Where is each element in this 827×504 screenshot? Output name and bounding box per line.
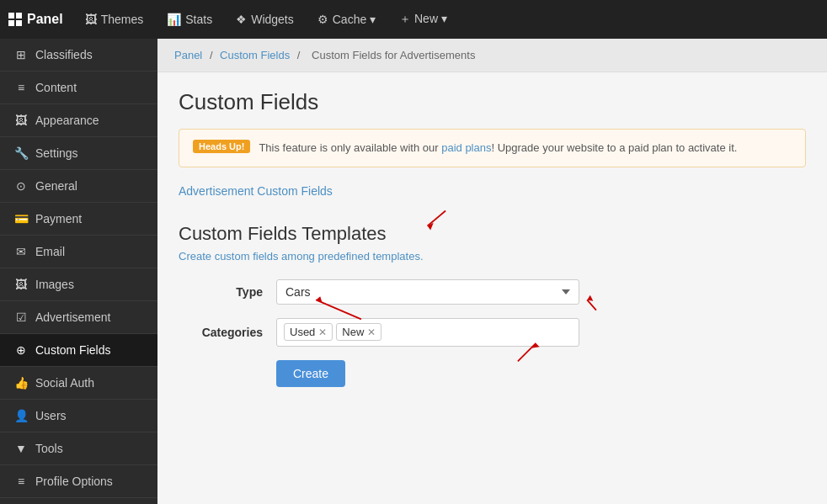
nav-widgets[interactable]: ❖ Widgets [226,8,304,31]
tag-used-remove[interactable]: ✕ [318,326,327,338]
stats-icon: 📊 [167,13,181,26]
sidebar-item-classifieds[interactable]: ⊞ Classifieds [0,39,157,72]
sidebar-item-social-auth[interactable]: 👍 Social Auth [0,367,157,400]
nav-themes-label: Themes [101,13,144,26]
tag-new: New ✕ [336,323,381,341]
sidebar-advertisement-label: Advertisement [35,310,110,324]
alert-text: This feature is only available with our … [259,140,737,157]
classifieds-icon: ⊞ [13,48,29,61]
custom-fields-icon: ⊕ [13,343,29,357]
sidebar-item-settings[interactable]: 🔧 Settings [0,137,157,170]
nav-new-label: ＋ New ▾ [399,12,447,27]
sidebar-item-tools[interactable]: ▼ Tools [0,432,157,465]
sidebar-appearance-label: Appearance [35,114,99,127]
sidebar-users-label: Users [35,409,67,422]
advertisement-custom-fields-link[interactable]: Advertisement Custom Fields [179,184,333,198]
breadcrumb-custom-fields[interactable]: Custom Fields [220,49,290,61]
appearance-icon: 🖼 [13,114,29,127]
tag-used-label: Used [290,326,315,338]
section-desc: Create custom fields among predefined te… [179,250,806,263]
sidebar-social-auth-label: Social Auth [35,376,94,390]
tag-new-remove[interactable]: ✕ [367,326,376,338]
sidebar-item-content[interactable]: ≡ Content [0,72,157,104]
sidebar: ⊞ Classifieds ≡ Content 🖼 Appearance 🔧 S… [0,39,157,504]
email-icon: ✉ [13,245,29,258]
brand-label: Panel [27,12,63,27]
alert-box: Heads Up! This feature is only available… [179,129,806,167]
create-button[interactable]: Create [276,360,345,387]
nav-cache-label: Cache ▾ [333,13,376,26]
content-icon: ≡ [13,81,29,94]
sidebar-item-email[interactable]: ✉ Email [0,236,157,268]
sidebar-general-label: General [35,179,77,193]
nav-themes[interactable]: 🖼 Themes [75,8,154,31]
sidebar-tools-label: Tools [35,442,63,455]
create-row: Create [179,360,806,387]
tags-input[interactable]: Used ✕ New ✕ [276,318,579,347]
sidebar-content-label: Content [35,81,77,94]
profile-options-icon: ≡ [13,475,29,488]
alert-badge: Heads Up! [193,140,250,153]
nav-stats-label: Stats [185,13,212,26]
paid-plans-link[interactable]: paid plans [441,141,491,154]
content-area: Custom Fields Heads Up! This feature is … [157,72,827,404]
sidebar-item-users[interactable]: 👤 Users [0,400,157,432]
section-title: Custom Fields Templates [179,223,806,245]
sidebar-profile-options-label: Profile Options [35,475,113,488]
sidebar-images-label: Images [35,278,74,291]
categories-label: Categories [179,326,263,339]
brand-logo[interactable]: Panel [8,12,63,27]
page-title: Custom Fields [179,89,806,115]
breadcrumb-current: Custom Fields for Advertisements [312,49,475,61]
sidebar-settings-label: Settings [35,146,78,160]
sidebar-item-payment[interactable]: 💳 Payment [0,203,157,236]
tools-icon: ▼ [13,442,29,455]
cache-icon: ⚙ [317,13,328,26]
images-icon: 🖼 [13,278,29,291]
settings-icon: 🔧 [13,146,29,160]
top-navigation: Panel 🖼 Themes 📊 Stats ❖ Widgets ⚙ Cache… [0,0,827,39]
payment-icon: 💳 [13,212,29,225]
nav-new[interactable]: ＋ New ▾ [389,7,457,32]
panel-icon [8,13,22,26]
widgets-icon: ❖ [236,13,247,26]
sidebar-email-label: Email [35,245,65,258]
breadcrumb-sep1: / [210,49,216,61]
users-icon: 👤 [13,409,29,422]
nav-cache[interactable]: ⚙ Cache ▾ [307,8,386,31]
sidebar-item-appearance[interactable]: 🖼 Appearance [0,104,157,137]
nav-widgets-label: Widgets [251,13,294,26]
social-auth-icon: 👍 [13,376,29,390]
type-row: Type Cars Real Estate Jobs [179,279,806,305]
sidebar-item-images[interactable]: 🖼 Images [0,268,157,301]
sidebar-item-advertisement[interactable]: ☑ Advertisement [0,301,157,334]
tag-used: Used ✕ [284,323,333,341]
sidebar-item-general[interactable]: ⊙ General [0,170,157,203]
sidebar-classifieds-label: Classifieds [35,48,93,61]
type-label: Type [179,285,263,299]
type-select[interactable]: Cars Real Estate Jobs [276,279,579,305]
categories-control-wrap: Used ✕ New ✕ [276,318,579,347]
tag-new-label: New [342,326,364,338]
main-content: Panel / Custom Fields / Custom Fields fo… [157,39,827,504]
themes-icon: 🖼 [85,13,97,26]
page-layout: ⊞ Classifieds ≡ Content 🖼 Appearance 🔧 S… [0,39,827,504]
nav-stats[interactable]: 📊 Stats [157,8,222,31]
type-control-wrap: Cars Real Estate Jobs [276,279,579,305]
categories-row: Categories Used ✕ New ✕ [179,318,806,347]
sidebar-payment-label: Payment [35,212,82,225]
sidebar-custom-fields-label: Custom Fields [35,343,110,357]
breadcrumb: Panel / Custom Fields / Custom Fields fo… [157,39,827,72]
sidebar-item-profile-options[interactable]: ≡ Profile Options [0,465,157,498]
advertisement-icon: ☑ [13,310,29,324]
sidebar-item-custom-fields[interactable]: ⊕ Custom Fields [0,334,157,367]
breadcrumb-sep2: / [297,49,303,61]
breadcrumb-panel[interactable]: Panel [174,49,202,61]
general-icon: ⊙ [13,179,29,193]
